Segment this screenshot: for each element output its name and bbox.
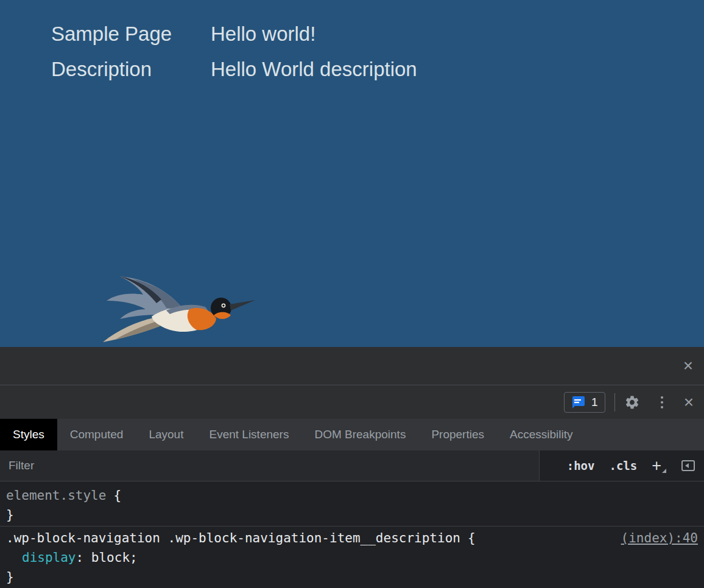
tab-dom-breakpoints[interactable]: DOM Breakpoints	[301, 419, 418, 450]
tab-accessibility[interactable]: Accessibility	[497, 419, 585, 450]
rule-source-link[interactable]: (index):40	[621, 528, 698, 548]
hover-state-toggle[interactable]: :hov	[567, 459, 595, 472]
tab-properties[interactable]: Properties	[418, 419, 497, 450]
browser-viewport: Sample Page Hello world! Description Hel…	[0, 0, 704, 347]
nav-link-description[interactable]: Description	[51, 57, 211, 82]
nav-item-row: Sample Page Hello world!	[51, 22, 417, 46]
element-style-selector[interactable]: element.style	[6, 488, 106, 503]
filter-controls: :hov .cls +	[540, 450, 704, 481]
console-drawer-header: ×	[0, 347, 704, 385]
styles-filter-bar: :hov .cls +	[0, 450, 704, 481]
rule-divider	[0, 526, 704, 527]
css-property-value[interactable]: block	[91, 550, 130, 565]
nav-description-sample-page: Hello world!	[211, 22, 315, 46]
toggle-sidebar-icon[interactable]	[681, 459, 695, 472]
nav-description-description: Hello World description	[211, 57, 417, 82]
settings-gear-icon[interactable]	[624, 394, 640, 410]
console-badge-count: 1	[591, 396, 598, 409]
wp-navigation-block: Sample Page Hello world! Description Hel…	[51, 22, 417, 93]
nav-item-row: Description Hello World description	[51, 57, 417, 82]
css-separator: :	[76, 550, 91, 565]
tab-computed[interactable]: Computed	[57, 419, 136, 450]
new-style-rule-button[interactable]: +	[652, 458, 666, 474]
console-bubble-icon	[571, 395, 586, 410]
element-style-rule-open[interactable]: element.style{	[6, 486, 698, 505]
nav-link-sample-page[interactable]: Sample Page	[51, 22, 211, 46]
console-messages-button[interactable]: 1	[564, 392, 605, 413]
styles-pane: element.style{ } .wp-block-navigation .w…	[0, 481, 704, 587]
css-declaration[interactable]: display: block;	[6, 548, 698, 567]
wp-rule-selector-line: .wp-block-navigation .wp-block-navigatio…	[6, 528, 698, 548]
devtools-panel: × 1 × Styles Computed Layout Event Liste…	[0, 347, 704, 588]
close-devtools-icon[interactable]: ×	[684, 394, 694, 411]
tab-styles[interactable]: Styles	[0, 419, 57, 450]
bird-image	[93, 273, 264, 347]
elements-sidebar-tabbar: Styles Computed Layout Event Listeners D…	[0, 419, 704, 450]
brace-open: {	[468, 531, 476, 545]
element-style-rule-close: }	[6, 505, 698, 525]
styles-filter-input[interactable]	[0, 450, 540, 481]
more-options-icon[interactable]	[658, 394, 666, 411]
brace-open: {	[113, 488, 121, 503]
tab-layout[interactable]: Layout	[136, 419, 196, 450]
css-terminator: ;	[130, 550, 138, 565]
css-property-name[interactable]: display	[22, 550, 76, 565]
devtools-toolbar: 1 ×	[0, 385, 704, 419]
wp-rule-selector[interactable]: .wp-block-navigation .wp-block-navigatio…	[6, 528, 476, 548]
element-classes-toggle[interactable]: .cls	[609, 459, 637, 472]
close-drawer-icon[interactable]: ×	[683, 357, 693, 374]
tab-event-listeners[interactable]: Event Listeners	[196, 419, 301, 450]
wp-rule-close: }	[6, 567, 698, 587]
toolbar-divider	[614, 393, 615, 411]
